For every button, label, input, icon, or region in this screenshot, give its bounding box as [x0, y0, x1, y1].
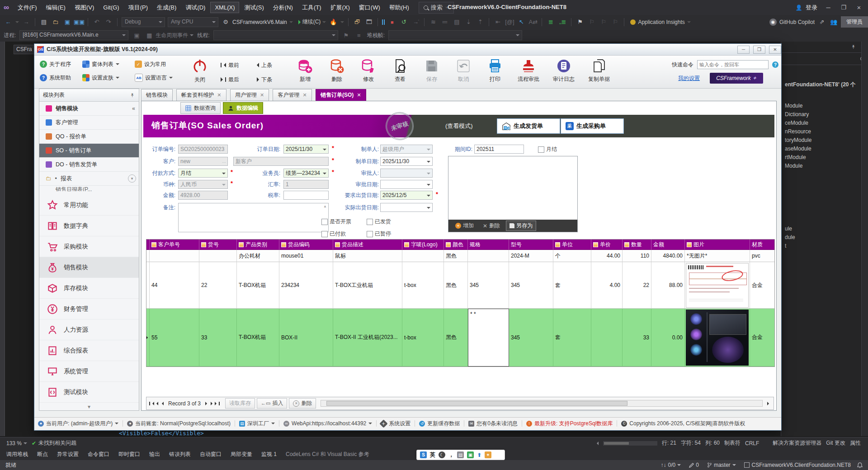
undo-icon[interactable]: ↶: [92, 18, 101, 27]
tab-account-maintenance[interactable]: 帐套资料维护✕: [176, 89, 226, 101]
cell[interactable]: 55: [150, 309, 199, 367]
tab-git-changes[interactable]: Git 更改: [826, 439, 845, 447]
bookmark-icon[interactable]: ⚑: [576, 18, 585, 27]
indent-icon[interactable]: ⇤: [493, 18, 502, 27]
cell[interactable]: 鼠标: [333, 250, 402, 262]
tab-user-management[interactable]: 用户管理✕: [230, 89, 269, 101]
tab-call-stack[interactable]: 调用堆栈: [6, 451, 28, 458]
col-header[interactable]: 货品编码: [279, 240, 333, 250]
app-titlebar[interactable]: C/S C/S系统快速开发框架-旗舰版 V6.1(2024-09) ─ ❐ ✕: [34, 44, 781, 56]
invoiced-checkbox[interactable]: 是否开票: [321, 218, 351, 226]
git-sync-indicator[interactable]: ↑↓0/0: [661, 462, 681, 468]
scroll-right-icon[interactable]: [767, 402, 771, 405]
codelens-label[interactable]: CodeLens C# 和 Visual Basic 参考: [286, 451, 369, 458]
paid-checkbox[interactable]: 已付款: [321, 230, 346, 238]
stack-combo[interactable]: [388, 30, 522, 40]
cell[interactable]: BOX-II: [279, 309, 333, 367]
solution-header[interactable]: entFoundation-NET8' (20 个: [781, 80, 868, 89]
cell[interactable]: 黑色: [444, 262, 468, 309]
spinner-up-icon[interactable]: ▲: [323, 204, 327, 208]
shipped-checkbox[interactable]: 已发货: [367, 218, 391, 226]
close-button[interactable]: ×: [854, 3, 863, 12]
cell[interactable]: t-box: [402, 309, 444, 367]
editor-hscrollbar[interactable]: [603, 441, 657, 446]
tree-item-qo[interactable]: QO - 报价单: [39, 130, 139, 144]
col-header[interactable]: 单价: [591, 240, 623, 250]
cell[interactable]: 345: [509, 309, 553, 367]
cell[interactable]: t-box: [402, 262, 444, 309]
nav-prev-record[interactable]: [160, 402, 164, 405]
continue-button[interactable]: 继续(C): [298, 18, 326, 26]
tab-autos[interactable]: 自动窗口: [200, 451, 222, 458]
nav-last-record[interactable]: [211, 402, 220, 405]
app-close-button[interactable]: ✕: [769, 46, 781, 54]
hscroll-left-icon[interactable]: [595, 442, 599, 445]
col-header[interactable]: 单位: [553, 240, 591, 250]
cell-image[interactable]: [685, 309, 750, 367]
save-icon[interactable]: ▣: [63, 18, 72, 27]
quick-command-input[interactable]: [697, 60, 769, 69]
webapi-selector[interactable]: ∞WebApi:https://localhost:44392: [283, 420, 372, 427]
menu-analyze[interactable]: 分析(N): [269, 2, 297, 14]
col-indicator[interactable]: 列: 60: [705, 439, 720, 447]
print-button[interactable]: 打印: [481, 58, 509, 83]
col-header[interactable]: 图片: [685, 240, 750, 250]
tree-item-partial[interactable]: 销售日报表(P...: [39, 186, 139, 191]
flag-icon[interactable]: ⚑: [342, 31, 351, 40]
suspended-checkbox[interactable]: 已暂停: [367, 230, 391, 238]
grid-row-2[interactable]: 44 22 T-BOX机箱 234234 T-BOX工业机箱 t-box 黑色 …: [146, 262, 774, 309]
edit-button[interactable]: 修改: [354, 58, 382, 83]
tab-sales-module[interactable]: 销售模块: [141, 89, 173, 101]
payment-field[interactable]: 月结: [178, 169, 228, 178]
tab-sales-order[interactable]: 销售订单(SO)✕: [316, 89, 366, 101]
order-no-field[interactable]: SO202500000023: [178, 145, 228, 154]
upgrade-notice[interactable]: !最新升级: 支持PostgreSql数据库: [526, 420, 613, 428]
cell[interactable]: 88.00: [651, 262, 685, 309]
subtab-data-query[interactable]: 数据查询: [180, 102, 221, 114]
redo-icon[interactable]: ↷: [104, 18, 113, 27]
ime-punct-icon[interactable]: ，: [448, 451, 454, 459]
solution-item[interactable]: aseModule: [781, 145, 868, 153]
char-indicator[interactable]: 字符: 54: [681, 439, 701, 447]
ime-logo-icon[interactable]: S: [420, 451, 427, 458]
tab-breakpoints[interactable]: 断点: [37, 451, 48, 458]
collapse-icon[interactable]: «: [132, 105, 139, 112]
solution-item[interactable]: Dictionary: [781, 110, 868, 119]
pending-edits-indicator[interactable]: 0: [689, 462, 699, 468]
solution-item[interactable]: ule: [781, 225, 868, 233]
share-icon[interactable]: ⇗: [817, 18, 826, 27]
nav-last-button[interactable]: 最后: [221, 75, 239, 85]
cell[interactable]: 合金: [750, 262, 774, 309]
tab-close-icon[interactable]: ✕: [357, 89, 361, 101]
git-branch-indicator[interactable]: master: [707, 462, 736, 468]
scrollbar-thumb[interactable]: [604, 442, 629, 445]
stop-icon[interactable]: ■: [387, 18, 396, 27]
menu-project[interactable]: 项目(P): [124, 2, 152, 14]
cell[interactable]: mouse01: [279, 250, 333, 262]
cell[interactable]: T-BOX机箱: [237, 262, 279, 309]
github-copilot-button[interactable]: ◉GitHub Copilot: [769, 19, 815, 26]
my-settings-link[interactable]: 我的设置: [678, 75, 700, 82]
live-share-icon[interactable]: 👥: [829, 18, 838, 27]
module-inventory[interactable]: 库存模块: [39, 278, 139, 299]
cell[interactable]: 110: [623, 250, 651, 262]
view-button[interactable]: 查看: [386, 58, 414, 83]
approve-date-field[interactable]: [380, 180, 433, 189]
module-system[interactable]: 系统管理: [39, 361, 139, 382]
col-header[interactable]: 客户单号: [150, 240, 199, 250]
delete-row-button[interactable]: ✕删除: [289, 398, 316, 409]
frames-icon[interactable]: ≡: [354, 31, 363, 40]
nav-next-button[interactable]: 下条: [257, 75, 272, 85]
workflow-approve-button[interactable]: 流程审批: [513, 58, 544, 83]
solution-item[interactable]: rtModule: [781, 153, 868, 162]
new-window-icon[interactable]: 🗗: [353, 18, 362, 27]
cell[interactable]: 234234: [279, 262, 333, 309]
solution-item[interactable]: nResource: [781, 127, 868, 136]
module-purchase[interactable]: 采购模块: [39, 236, 139, 257]
messages-button[interactable]: ✉您有0条未读消息: [468, 420, 518, 428]
quick-help-icon[interactable]: ?: [772, 61, 778, 68]
rate-field[interactable]: 1: [283, 180, 329, 189]
cell[interactable]: 合金: [750, 309, 774, 367]
menu-help[interactable]: 帮助(H): [385, 2, 413, 14]
tab-watch[interactable]: 监视 1: [261, 451, 277, 458]
